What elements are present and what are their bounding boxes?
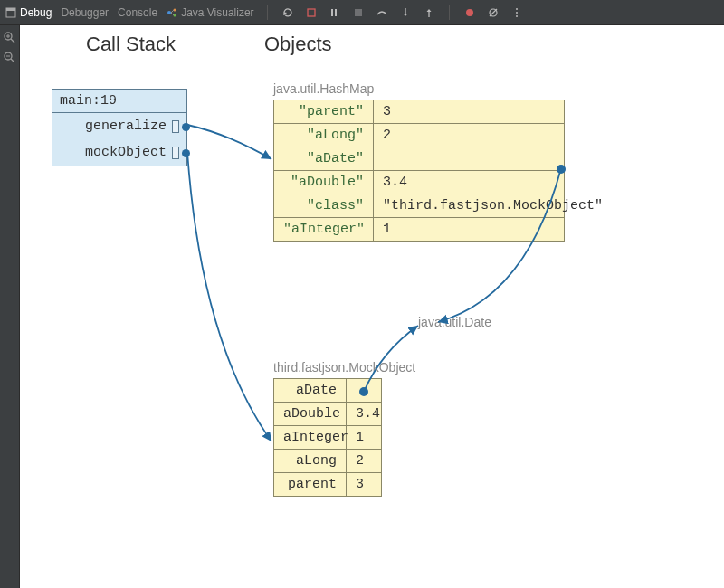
separator [449, 5, 450, 20]
svg-line-24 [11, 59, 14, 62]
svg-point-18 [516, 15, 518, 17]
hashmap-table[interactable]: "parent"3 "aLong"2 "aDate" "aDouble"3.4 … [273, 100, 565, 242]
pointer-dot-icon [359, 387, 368, 396]
table-row: "aDate" [274, 147, 564, 171]
tab-java-visualizer[interactable]: Java Visualizer [167, 6, 253, 19]
svg-rect-7 [308, 9, 315, 16]
svg-rect-9 [335, 9, 337, 16]
svg-rect-1 [6, 8, 15, 11]
tab-debug[interactable]: Debug [5, 6, 52, 19]
step-icon[interactable] [328, 5, 342, 20]
table-row: aInteger1 [274, 426, 381, 450]
zoom-in-icon[interactable] [3, 31, 17, 45]
table-row: aLong2 [274, 450, 381, 473]
mockobject-table[interactable]: aDate aDouble3.4 aInteger1 aLong2 parent… [273, 378, 382, 497]
svg-rect-10 [355, 9, 362, 16]
step-out-icon[interactable] [422, 5, 436, 20]
svg-point-17 [516, 12, 518, 14]
stop-icon[interactable] [304, 5, 319, 20]
object-type-label: third.fastjson.MockObject [273, 360, 415, 375]
svg-line-5 [171, 10, 174, 13]
callstack-row[interactable]: mockObject [52, 139, 186, 166]
zoom-out-icon[interactable] [3, 51, 17, 65]
toolbar: Debug Debugger Console Java Visualizer [0, 0, 724, 25]
visualizer-canvas[interactable]: Call Stack Objects main:19 generalize mo… [20, 25, 724, 588]
object-type-label: java.util.HashMap [273, 81, 374, 96]
table-row: "aLong"2 [274, 124, 564, 147]
tab-debugger[interactable]: Debugger [61, 6, 109, 19]
left-gutter [0, 25, 20, 588]
var-name: mockObject [85, 145, 167, 160]
callstack-frame[interactable]: main:19 generalize mockObject [52, 89, 187, 166]
pointer-dot-icon [182, 123, 190, 131]
main: Call Stack Objects main:19 generalize mo… [0, 25, 724, 588]
breakpoints-icon[interactable] [462, 5, 477, 20]
mute-icon[interactable] [351, 5, 366, 20]
more-icon[interactable] [510, 5, 524, 20]
tab-label: Debug [20, 6, 52, 19]
svg-point-13 [466, 9, 473, 16]
pointer-dot-icon [557, 165, 566, 174]
refresh-icon[interactable] [281, 5, 295, 20]
date-type-label: java.util.Date [418, 315, 491, 329]
debug-panel-icon [5, 7, 16, 18]
step-into-icon[interactable] [398, 5, 413, 20]
table-row: aDouble3.4 [274, 403, 381, 426]
svg-line-6 [171, 13, 174, 15]
step-over-icon[interactable] [375, 5, 389, 20]
svg-rect-8 [331, 9, 333, 16]
frame-title: main:19 [52, 90, 186, 113]
svg-point-16 [516, 8, 518, 10]
table-row: parent3 [274, 473, 381, 496]
var-name: generalize [85, 119, 167, 134]
table-row: "class""third.fastjson.MockObject" [274, 194, 564, 218]
callstack-row[interactable]: generalize [52, 113, 186, 139]
table-row: "parent"3 [274, 100, 564, 124]
tab-console[interactable]: Console [118, 6, 157, 19]
visualizer-icon [167, 7, 177, 18]
pointer-box [172, 120, 179, 133]
table-row: "aInteger"1 [274, 218, 564, 241]
objects-heading: Objects [264, 33, 332, 56]
pointer-box [172, 147, 179, 159]
table-row: "aDouble"3.4 [274, 171, 564, 194]
svg-line-20 [11, 39, 14, 43]
separator [267, 5, 268, 20]
pointer-dot-icon [182, 149, 190, 157]
mute-breakpoints-icon[interactable] [486, 5, 500, 20]
callstack-heading: Call Stack [86, 33, 176, 56]
svg-point-2 [167, 11, 171, 14]
